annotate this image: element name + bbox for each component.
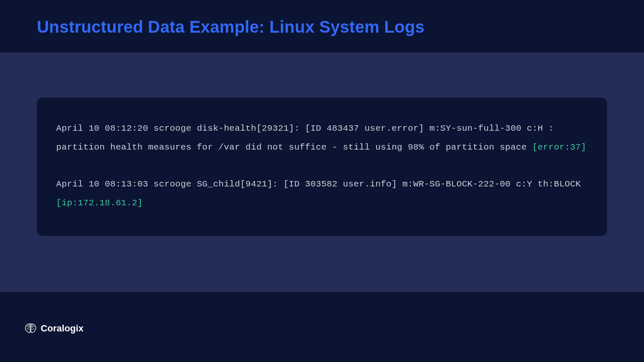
brand-logo: Coralogix <box>24 323 83 334</box>
slide-body: April 10 08:12:20 scrooge disk-health[29… <box>0 52 644 292</box>
log-entry-1-text: April 10 08:12:20 scrooge disk-health[29… <box>56 124 559 152</box>
slide-header: Unstructured Data Example: Linux System … <box>0 0 644 52</box>
slide-footer: Coralogix <box>0 295 644 362</box>
log-entry-1-highlight: [error:37] <box>532 142 586 152</box>
brand-name: Coralogix <box>41 323 83 334</box>
log-entry-2: April 10 08:13:03 scrooge SG_child[9421]… <box>56 175 588 212</box>
log-code-block: April 10 08:12:20 scrooge disk-health[29… <box>37 98 607 236</box>
log-entry-2-highlight: [ip:172.18.61.2] <box>56 198 143 208</box>
slide-title: Unstructured Data Example: Linux System … <box>37 18 644 36</box>
brain-icon <box>24 323 37 334</box>
log-gap <box>56 157 588 175</box>
log-entry-1: April 10 08:12:20 scrooge disk-health[29… <box>56 119 588 157</box>
log-entry-2-text: April 10 08:13:03 scrooge SG_child[9421]… <box>56 179 586 189</box>
